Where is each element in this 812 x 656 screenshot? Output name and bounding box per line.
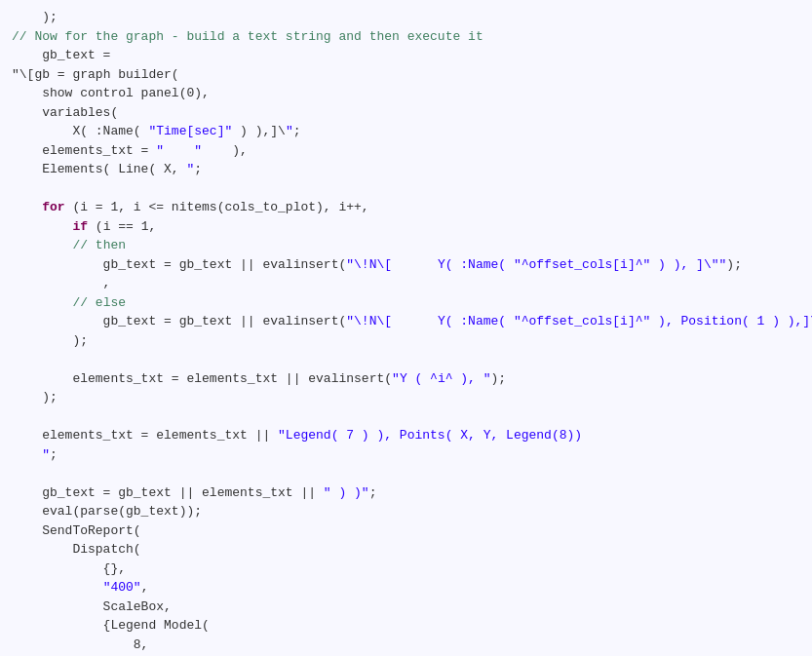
code-content: ); // Now for the graph - build a text s… (12, 8, 800, 656)
code-editor: ); // Now for the graph - build a text s… (0, 0, 812, 656)
